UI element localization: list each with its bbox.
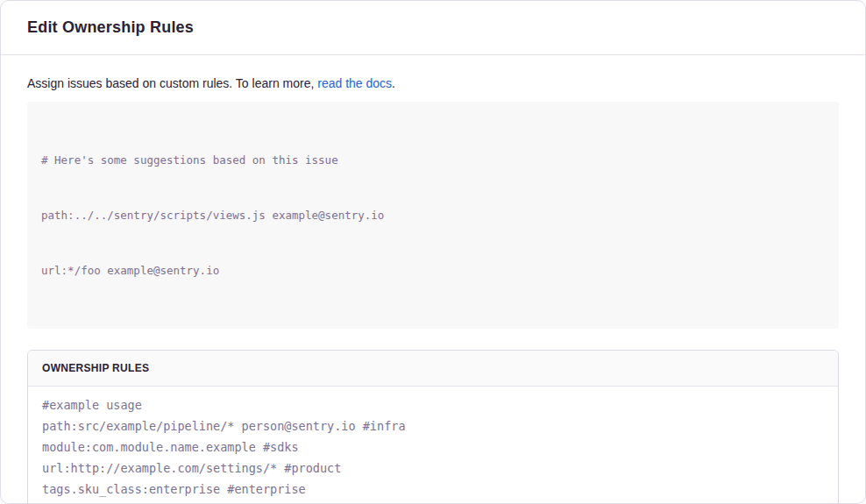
ownership-rules-panel-header: OWNERSHIP RULES bbox=[28, 351, 838, 387]
ownership-rules-panel: OWNERSHIP RULES #example usage path:src/… bbox=[27, 350, 839, 504]
read-the-docs-link[interactable]: read the docs bbox=[317, 76, 392, 90]
description-before-link: Assign issues based on custom rules. To … bbox=[27, 76, 317, 90]
dialog-title: Edit Ownership Rules bbox=[27, 18, 194, 37]
description-text: Assign issues based on custom rules. To … bbox=[27, 75, 839, 92]
suggestions-code-block: # Here's some suggestions based on this … bbox=[27, 102, 839, 329]
ownership-rules-input[interactable]: #example usage path:src/example/pipeline… bbox=[28, 387, 838, 504]
description-after-link: . bbox=[392, 76, 395, 90]
suggestion-line: path:../../sentry/scripts/views.js examp… bbox=[41, 206, 825, 224]
dialog-body: Assign issues based on custom rules. To … bbox=[1, 55, 865, 504]
edit-ownership-rules-dialog: Edit Ownership Rules Assign issues based… bbox=[0, 0, 866, 504]
dialog-header: Edit Ownership Rules bbox=[1, 1, 865, 55]
suggestion-line: url:*/foo example@sentry.io bbox=[41, 261, 825, 280]
suggestion-line: # Here's some suggestions based on this … bbox=[41, 151, 825, 169]
